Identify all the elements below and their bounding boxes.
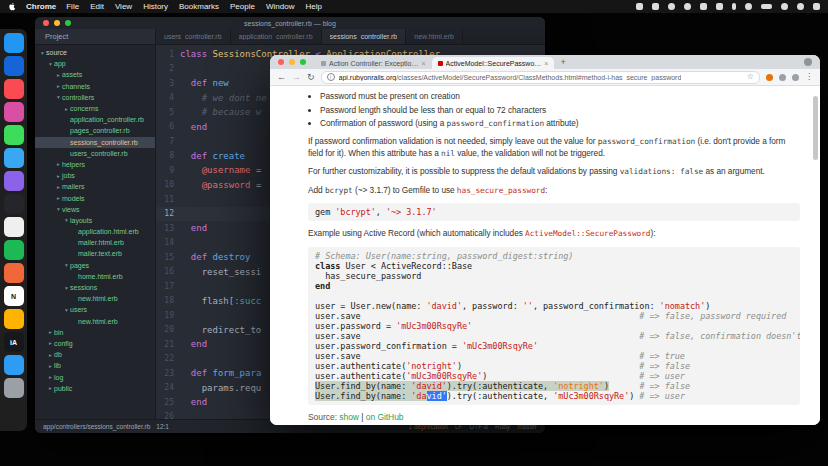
tree-item[interactable]: ▸models (35, 192, 155, 203)
tree-item[interactable]: new.html.erb (35, 293, 155, 304)
vscode-icon[interactable] (4, 355, 24, 375)
tree-item[interactable]: ▸log (35, 371, 155, 382)
music-icon[interactable] (4, 79, 24, 99)
disclosure-chevron-icon[interactable]: ▸ (55, 173, 62, 179)
disclosure-chevron-icon[interactable]: ▾ (63, 307, 70, 313)
tree-item[interactable]: ▸lib (35, 360, 155, 371)
tab-close-icon[interactable]: × (421, 60, 425, 67)
tree-item[interactable]: ▸db (35, 349, 155, 360)
disclosure-chevron-icon[interactable]: ▾ (63, 217, 70, 223)
new-tab-button[interactable]: + (554, 56, 571, 68)
tab-close-icon[interactable]: × (544, 60, 548, 67)
tree-item[interactable]: application_controller.rb (35, 114, 155, 125)
tree-item[interactable]: new.html.erb (35, 316, 155, 327)
slack-icon[interactable] (4, 217, 24, 237)
cursor-position[interactable]: 12:1 (156, 423, 169, 430)
menubar-app-name[interactable]: Chrome (26, 2, 56, 11)
firefox-icon[interactable] (4, 263, 24, 283)
disclosure-chevron-icon[interactable]: ▾ (55, 206, 62, 212)
photos-icon[interactable] (4, 102, 24, 122)
tree-item[interactable]: ▾app (35, 58, 155, 69)
disclosure-chevron-icon[interactable]: ▸ (47, 352, 54, 358)
show-source-link[interactable]: show (339, 412, 359, 422)
menubar-item[interactable]: Edit (90, 2, 104, 11)
sketch-icon[interactable] (4, 309, 24, 329)
menubar-item[interactable]: Window (266, 2, 294, 11)
keyboard-brightness-icon[interactable] (636, 3, 643, 10)
battery-icon[interactable] (761, 4, 772, 9)
minimize-button[interactable] (54, 20, 60, 26)
tree-item[interactable]: ▸jobs (35, 170, 155, 181)
browser-close-button[interactable] (278, 59, 284, 65)
ia-writer-icon[interactable]: iA (4, 332, 24, 352)
tree-item[interactable]: home.html.erb (35, 271, 155, 282)
disclosure-chevron-icon[interactable]: ▾ (63, 285, 70, 291)
disclosure-chevron-icon[interactable]: ▸ (47, 363, 54, 369)
disclosure-chevron-icon[interactable]: ▸ (55, 72, 62, 78)
disclosure-chevron-icon[interactable]: ▸ (55, 83, 62, 89)
tree-item[interactable]: application.html.erb (35, 226, 155, 237)
tree-item[interactable]: ▸helpers (35, 159, 155, 170)
tree-item[interactable]: ▸bin (35, 327, 155, 338)
volume-icon[interactable] (716, 3, 723, 10)
address-bar[interactable]: i api.rubyonrails.org/classes/ActiveMode… (321, 71, 760, 84)
tree-item[interactable]: ▾controllers (35, 92, 155, 103)
disclosure-chevron-icon[interactable]: ▸ (47, 340, 54, 346)
tree-item[interactable]: pages_controller.rb (35, 125, 155, 136)
menubar-item[interactable]: History (143, 2, 168, 11)
project-panel-header[interactable]: Project (35, 29, 156, 44)
bookmark-star-icon[interactable]: ☆ (747, 73, 754, 81)
tree-item[interactable]: ▾layouts (35, 215, 155, 226)
bluetooth-icon[interactable] (732, 3, 736, 10)
profile-avatar[interactable] (804, 58, 812, 66)
disclosure-chevron-icon[interactable]: ▸ (55, 184, 62, 190)
disclosure-chevron-icon[interactable]: ▸ (47, 329, 54, 335)
camera-icon[interactable] (700, 3, 707, 10)
terminal-icon[interactable] (4, 194, 24, 214)
disclosure-chevron-icon[interactable]: ▸ (55, 195, 62, 201)
disclosure-chevron-icon[interactable]: ▾ (55, 94, 62, 100)
menubar-item[interactable]: View (115, 2, 132, 11)
trash-icon[interactable] (4, 378, 24, 398)
time-machine-icon[interactable] (684, 3, 691, 10)
zoom-button[interactable] (65, 20, 71, 26)
app-store-icon[interactable] (4, 56, 24, 76)
disclosure-chevron-icon[interactable]: ▾ (47, 61, 54, 67)
tree-item[interactable]: sessions_controller.rb (35, 137, 155, 148)
notification-center-icon[interactable] (813, 3, 820, 10)
tree-item[interactable]: ▸channels (35, 81, 155, 92)
browser-zoom-button[interactable] (300, 59, 306, 65)
menubar-item[interactable]: Help (305, 2, 321, 11)
safari-icon[interactable] (4, 148, 24, 168)
display-icon[interactable] (652, 3, 659, 10)
tree-item[interactable]: ▸config (35, 338, 155, 349)
extension-icon-3[interactable] (792, 74, 799, 81)
messages-icon[interactable] (4, 125, 24, 145)
browser-menu-icon[interactable]: ⋮ (805, 73, 813, 81)
reload-button[interactable]: ↻ (307, 73, 315, 82)
spotlight-icon[interactable] (797, 3, 804, 10)
disclosure-chevron-icon[interactable]: ▸ (47, 385, 54, 391)
tree-item[interactable]: ▾source (35, 47, 155, 58)
clock-icon[interactable] (781, 3, 788, 10)
editor-tab[interactable]: sessions_controller.rb (322, 29, 407, 44)
editor-tab[interactable]: new.html.erb (406, 29, 463, 44)
scrollbar[interactable] (813, 90, 818, 421)
tree-item[interactable]: mailer.text.erb (35, 248, 155, 259)
tree-item[interactable]: users_controller.rb (35, 148, 155, 159)
extension-icon-2[interactable] (779, 74, 786, 81)
close-button[interactable] (43, 20, 49, 26)
tree-item[interactable]: ▾users (35, 304, 155, 315)
editor-tab[interactable]: application_controller.rb (231, 29, 322, 44)
menubar-item[interactable]: People (230, 2, 255, 11)
tree-item[interactable]: ▸assets (35, 69, 155, 80)
finder-icon[interactable] (4, 33, 24, 53)
status-file-path[interactable]: app/controllers/sessions_controller.rb (43, 423, 150, 430)
menubar-item[interactable]: File (66, 2, 79, 11)
disclosure-chevron-icon[interactable]: ▸ (55, 161, 62, 167)
tree-item[interactable]: mailer.html.erb (35, 237, 155, 248)
dropbox-icon[interactable] (668, 3, 675, 10)
browser-tab[interactable]: Action Controller: Exceptio…× (315, 57, 432, 69)
browser-minimize-button[interactable] (289, 59, 295, 65)
forward-button[interactable]: → (292, 73, 301, 82)
